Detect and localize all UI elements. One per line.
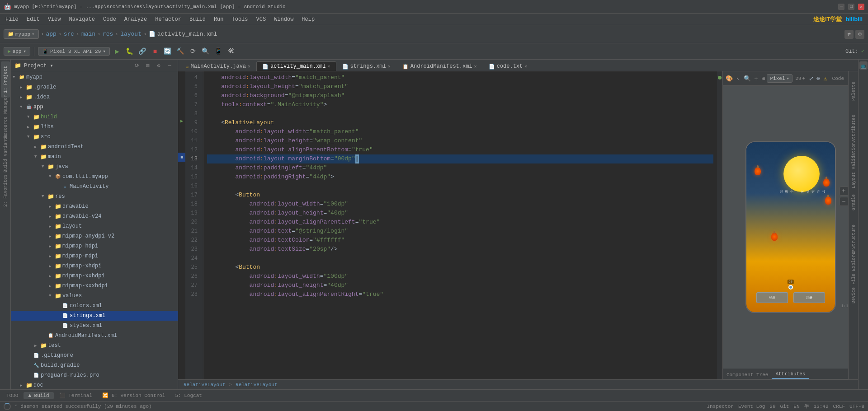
app-selector[interactable]: ▶ app ▾	[4, 47, 30, 56]
tree-styles-xml[interactable]: ▶ 📄 styles.xml	[11, 321, 178, 331]
tab-strings[interactable]: 📄 strings.xml ✕	[336, 61, 396, 71]
palette-icon-btn[interactable]: 🎨	[725, 74, 734, 83]
tree-androidtest[interactable]: ▶ 📁 androidTest	[11, 142, 178, 152]
menu-build[interactable]: Build	[186, 15, 209, 23]
tree-doc[interactable]: ▶ 📁 doc	[11, 380, 178, 389]
menu-window[interactable]: Window	[270, 15, 297, 23]
bottom-tab-logcat[interactable]: 5: Logcat	[170, 392, 206, 399]
tree-drawable[interactable]: ▶ 📁 drawable	[11, 201, 178, 211]
tree-gitignore-app[interactable]: ▶ 📄 .gitignore	[11, 350, 178, 360]
side-tab-device-file[interactable]: Device File Explorer	[849, 258, 858, 294]
inspector-btn[interactable]: Inspector	[707, 404, 734, 409]
toolbar-icon-btn[interactable]: ⇄	[844, 30, 854, 39]
stop-btn[interactable]: ■	[150, 46, 160, 57]
collapse-all-btn[interactable]: ⊟	[143, 61, 152, 70]
analyze-btn[interactable]: 🔍	[200, 46, 211, 57]
menu-code[interactable]: Code	[99, 15, 120, 23]
tree-package[interactable]: ▼ 📦 com.ttit.myapp	[11, 172, 178, 182]
side-tab-layout-validation[interactable]: Layout Validation	[849, 147, 858, 183]
bc-file[interactable]: activity_main.xml	[157, 31, 217, 37]
sidebar-tab-favorites[interactable]: 2: Favorites	[1, 173, 10, 209]
tree-build[interactable]: ▼ 📁 build	[11, 112, 178, 122]
tree-mipmap-anydpi[interactable]: ▶ 📁 mipmap-anydpi-v2	[11, 231, 178, 241]
gear-icon[interactable]: ⚙	[154, 61, 163, 70]
tree-myapp[interactable]: ▼ 📁 myapp	[11, 72, 178, 82]
layout-icon2[interactable]: ⊕	[816, 74, 821, 83]
sdk-btn[interactable]: 🛠	[226, 46, 236, 57]
pixel-selector[interactable]: Pixel ▾	[767, 74, 793, 83]
toolbar-icon-btn2[interactable]: ⚙	[855, 30, 864, 39]
gutter-fold-icon[interactable]: ▶	[178, 117, 185, 126]
menu-tools[interactable]: Tools	[228, 15, 252, 23]
lang-status[interactable]: EN	[793, 404, 799, 409]
crlf-btn[interactable]: CRLF	[833, 404, 845, 409]
menu-refactor[interactable]: Refactor	[151, 15, 185, 23]
tree-layout[interactable]: ▶ 📁 layout	[11, 221, 178, 231]
expand-icon-btn[interactable]: ⊞	[761, 74, 766, 83]
tab-manifest[interactable]: 📋 AndroidManifest.xml ✕	[396, 61, 483, 71]
minimize-btn[interactable]: ─	[838, 4, 844, 10]
tab-close-code[interactable]: ✕	[524, 64, 527, 69]
tree-build-gradle-app[interactable]: ▶ 🔧 build.gradle	[11, 360, 178, 370]
bottom-tab-todo[interactable]: TODO	[2, 392, 23, 399]
tab-close-activity[interactable]: ✕	[328, 64, 330, 69]
menu-help[interactable]: Help	[298, 15, 318, 23]
tree-proguard[interactable]: ▶ 📄 proguard-rules.pro	[11, 370, 178, 380]
bottom-tab-build[interactable]: ▲ Build	[24, 392, 53, 399]
side-tab-gradle[interactable]: Gradle	[849, 184, 858, 220]
tree-drawable-v24[interactable]: ▶ 📁 drawable-v24	[11, 211, 178, 221]
tree-androidmanifest[interactable]: ▶ 📋 AndroidManifest.xml	[11, 331, 178, 341]
menu-view[interactable]: View	[44, 15, 65, 23]
avd-btn[interactable]: 📱	[213, 46, 224, 57]
tree-libs[interactable]: ▶ 📁 libs	[11, 122, 178, 132]
attributes-tab[interactable]: Attributes	[772, 370, 809, 379]
selection-handle[interactable]	[788, 285, 793, 290]
attach-btn[interactable]: 🔗	[137, 46, 148, 57]
build-btn[interactable]: 🔨	[175, 46, 186, 57]
zoom-icon-btn[interactable]: 🔍	[743, 74, 752, 83]
sync-project-btn[interactable]: ⟳	[132, 61, 142, 70]
close-btn[interactable]: ✕	[858, 4, 864, 10]
bottom-tab-version[interactable]: 🔀 6: Version Control	[98, 392, 170, 399]
rebuild-btn[interactable]: ⟳	[188, 46, 198, 57]
sync-btn[interactable]: 🔄	[162, 46, 173, 57]
git-status[interactable]: Git	[780, 404, 789, 409]
encoding-btn[interactable]: UTF-8	[849, 404, 864, 409]
debug-btn[interactable]: 🐛	[124, 46, 135, 57]
close-panel-btn[interactable]: —	[165, 61, 174, 70]
sidebar-tab-resource[interactable]: Resource Manager	[1, 98, 10, 135]
run-btn[interactable]: ▶	[112, 46, 123, 57]
code-view-btn[interactable]: Code	[828, 75, 848, 83]
tab-close-manifest[interactable]: ✕	[474, 64, 477, 69]
tree-src[interactable]: ▼ 📁 src	[11, 132, 178, 142]
sidebar-tab-build-variants[interactable]: Build Variants	[1, 135, 10, 172]
tree-idea[interactable]: ▶ 📁 .idea	[11, 92, 178, 102]
tree-values[interactable]: ▼ 📁 values	[11, 291, 178, 301]
bc-relative-layout-1[interactable]: RelativeLayout	[182, 382, 227, 388]
code-content-area[interactable]: android:layout_width="match_parent" andr…	[203, 71, 717, 379]
menu-run[interactable]: Run	[210, 15, 227, 23]
bc-relative-layout-2[interactable]: RelativeLayout	[234, 382, 279, 388]
tree-java[interactable]: ▼ 📁 java	[11, 162, 178, 172]
device-selector[interactable]: 📱 Pixel 3 XL API 29 ▾	[38, 47, 110, 56]
sidebar-tab-project[interactable]: 1: Project	[1, 61, 10, 98]
tv-icon-btn[interactable]: 📺	[859, 61, 868, 70]
select-icon-btn[interactable]: ↖	[736, 74, 741, 83]
bc-main[interactable]: main	[81, 31, 95, 37]
tree-mipmap-hdpi[interactable]: ▶ 📁 mipmap-hdpi	[11, 241, 178, 251]
project-dropdown[interactable]: Project ▾	[24, 62, 53, 69]
tree-main[interactable]: ▼ 📁 main	[11, 152, 178, 162]
tree-res[interactable]: ▼ 📁 res	[11, 191, 178, 201]
tree-colors-xml[interactable]: ▶ 📄 colors.xml	[11, 301, 178, 311]
tab-mainactivity[interactable]: ☕ MainActivity.java ✕	[180, 61, 256, 71]
tab-close-strings[interactable]: ✕	[388, 64, 391, 69]
menu-analyze[interactable]: Analyze	[121, 15, 151, 23]
tree-mainactivity[interactable]: ▶ ☕ MainActivity	[11, 182, 178, 191]
menu-vcs[interactable]: VCS	[253, 15, 270, 23]
menu-file[interactable]: File	[2, 15, 22, 23]
zoom-out-btn[interactable]: −	[840, 197, 849, 206]
event-log-btn[interactable]: Event Log	[738, 404, 765, 409]
project-selector[interactable]: 📁 myapp ▾	[4, 29, 39, 39]
tree-gradle-hidden[interactable]: ▶ 📁 .gradle	[11, 82, 178, 92]
tree-mipmap-xxhdpi[interactable]: ▶ 📁 mipmap-xxhdpi	[11, 271, 178, 281]
